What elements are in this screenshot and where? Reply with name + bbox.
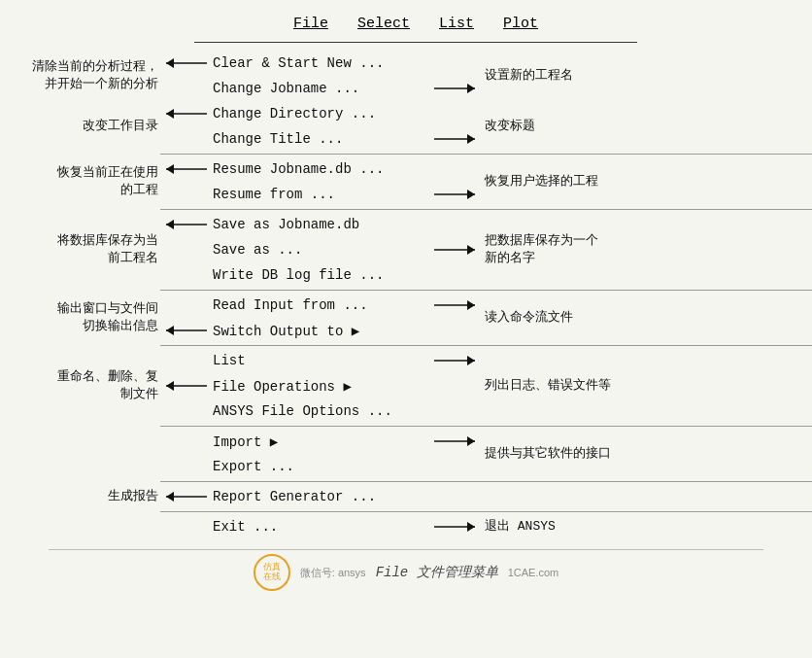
- menu-item-5-1[interactable]: File Operations ▶: [209, 378, 432, 395]
- menu-row-5-1: File Operations ▶: [160, 373, 481, 398]
- menu-row-3-2: Write DB log file ...: [160, 262, 481, 288]
- svg-marker-7: [467, 134, 475, 144]
- left-annotation-s3: 恢复当前正在使用 的工程: [0, 164, 160, 199]
- center-col-s9: Exit ...: [160, 514, 481, 539]
- left-annotation-s8: 生成报告: [0, 488, 160, 505]
- menu-row-5-2: ANSYS File Options ...: [160, 398, 481, 424]
- arrow-right-8-0: [432, 515, 481, 538]
- menu-item-0-1[interactable]: Change Jobname ...: [209, 81, 432, 96]
- svg-marker-21: [467, 356, 475, 365]
- left-annotation-s6: 重命名、删除、复 制文件: [0, 368, 160, 403]
- menu-row-0-0: Clear & Start New ...: [160, 51, 481, 76]
- menu-item-2-0[interactable]: Resume Jobname.db ...: [209, 161, 432, 177]
- menu-plot[interactable]: Plot: [503, 16, 538, 32]
- svg-marker-13: [166, 220, 174, 229]
- arrow-right-1-1: [432, 127, 481, 151]
- menu-select[interactable]: Select: [357, 16, 410, 32]
- svg-marker-19: [166, 326, 174, 335]
- menu-row-5-0: List: [160, 348, 481, 373]
- menu-row-1-1: Change Title ...: [160, 126, 481, 152]
- section-s6: 重命名、删除、复 制文件List File Operations ▶ANSYS …: [0, 348, 812, 424]
- section-s2: 改变工作目录 Change Directory ...Change Title …: [0, 101, 812, 152]
- menu-row-4-0: Read Input from ...: [160, 293, 481, 318]
- arrow-left-2-0: [160, 157, 209, 181]
- right-annotation-s6: 列出日志、错误文件等: [481, 377, 812, 395]
- menu-item-2-1[interactable]: Resume from ...: [209, 187, 432, 202]
- section-s1: 清除当前的分析过程， 并开始一个新的分析 Clear & Start New .…: [0, 51, 812, 101]
- menu-item-1-1[interactable]: Change Title ...: [209, 131, 432, 147]
- svg-marker-5: [166, 109, 174, 119]
- menu-item-5-0[interactable]: List: [209, 353, 432, 368]
- center-col-s5: Read Input from ... Switch Output to ▶: [160, 293, 481, 343]
- right-annotation-s1: 设置新的工程名: [481, 67, 812, 85]
- menu-row-1-0: Change Directory ...: [160, 101, 481, 126]
- section-s5: 输出窗口与文件间 切换输出信息Read Input from ... Switc…: [0, 293, 812, 343]
- menu-item-5-2[interactable]: ANSYS File Options ...: [209, 403, 432, 419]
- divider-after-s7: [160, 481, 812, 482]
- page: File Select List Plot 清除当前的分析过程， 并开始一个新的…: [0, 0, 812, 658]
- right-annotation-s7: 提供与其它软件的接口: [481, 445, 812, 463]
- section-s4: 将数据库保存为当 前工程名 Save as Jobname.dbSave as …: [0, 212, 812, 288]
- menu-item-1-0[interactable]: Change Directory ...: [209, 106, 432, 121]
- watermark-text: 微信号: ansys: [300, 566, 366, 580]
- arrow-left-1-0: [160, 102, 209, 125]
- left-annotation-s1: 清除当前的分析过程， 并开始一个新的分析: [0, 58, 160, 93]
- left-annotation-s2: 改变工作目录: [0, 118, 160, 135]
- right-annotation-s3: 恢复用户选择的工程: [481, 173, 812, 190]
- divider-after-s3: [160, 209, 812, 210]
- menu-item-6-1[interactable]: Export ...: [209, 459, 432, 474]
- site-text: 1CAE.com: [508, 567, 559, 578]
- menu-item-3-1[interactable]: Save as ...: [209, 242, 432, 258]
- arrow-left-3-0: [160, 213, 209, 236]
- menu-item-3-0[interactable]: Save as Jobname.db: [209, 217, 432, 232]
- center-col-s7: Import ▶ Export ...: [160, 429, 481, 479]
- divider-after-s6: [160, 426, 812, 427]
- left-annotation-s4: 将数据库保存为当 前工程名: [0, 232, 160, 267]
- logo-text: 仿真 在线: [263, 563, 281, 582]
- center-col-s4: Save as Jobname.dbSave as ... Write DB l…: [160, 212, 481, 288]
- svg-marker-23: [166, 381, 174, 391]
- menubar: File Select List Plot: [194, 10, 637, 43]
- menu-item-8-0[interactable]: Exit ...: [209, 519, 432, 535]
- menu-row-2-1: Resume from ...: [160, 182, 481, 207]
- center-col-s8: Report Generator ...: [160, 484, 481, 509]
- arrow-right-4-0: [432, 294, 481, 317]
- left-annotation-s5: 输出窗口与文件间 切换输出信息: [0, 300, 160, 335]
- menu-item-6-0[interactable]: Import ▶: [209, 433, 432, 450]
- divider-after-s5: [160, 345, 812, 346]
- footer: 仿真 在线 微信号: ansys File 文件管理菜单 1CAE.com: [49, 549, 763, 591]
- section-s3: 恢复当前正在使用 的工程 Resume Jobname.db ...Resume…: [0, 156, 812, 207]
- menu-list[interactable]: List: [439, 16, 474, 32]
- menu-row-0-1: Change Jobname ...: [160, 76, 481, 101]
- menu-row-7-0: Report Generator ...: [160, 484, 481, 509]
- svg-marker-11: [467, 190, 475, 199]
- right-annotation-s9: 退出 ANSYS: [481, 518, 812, 536]
- arrow-left-4-1: [160, 319, 209, 342]
- menu-row-6-1: Export ...: [160, 454, 481, 479]
- menu-file[interactable]: File: [293, 16, 328, 32]
- sections-container: 清除当前的分析过程， 并开始一个新的分析 Clear & Start New .…: [0, 51, 812, 539]
- svg-marker-27: [166, 492, 174, 502]
- section-s7: Import ▶ Export ...提供与其它软件的接口: [0, 429, 812, 479]
- center-col-s1: Clear & Start New ...Change Jobname ...: [160, 51, 481, 101]
- arrow-left-0-0: [160, 52, 209, 75]
- menu-item-0-0[interactable]: Clear & Start New ...: [209, 55, 432, 71]
- menu-item-3-2[interactable]: Write DB log file ...: [209, 267, 432, 283]
- menu-row-8-0: Exit ...: [160, 514, 481, 539]
- watermark-logo: 仿真 在线: [254, 554, 290, 591]
- right-annotation-s4: 把数据库保存为一个 新的名字: [481, 232, 812, 267]
- arrow-left-7-0: [160, 485, 209, 508]
- menu-item-4-1[interactable]: Switch Output to ▶: [209, 323, 432, 339]
- svg-marker-29: [467, 522, 475, 532]
- svg-marker-3: [467, 84, 475, 93]
- arrow-right-5-0: [432, 349, 481, 372]
- menu-item-7-0[interactable]: Report Generator ...: [209, 489, 432, 504]
- menu-row-6-0: Import ▶: [160, 429, 481, 454]
- right-annotation-s5: 读入命令流文件: [481, 309, 812, 327]
- menu-row-3-1: Save as ...: [160, 237, 481, 262]
- section-s8: 生成报告 Report Generator ...: [0, 484, 812, 509]
- menu-item-4-0[interactable]: Read Input from ...: [209, 297, 432, 313]
- menu-row-4-1: Switch Output to ▶: [160, 318, 481, 343]
- center-col-s6: List File Operations ▶ANSYS File Options…: [160, 348, 481, 424]
- svg-marker-1: [166, 58, 174, 68]
